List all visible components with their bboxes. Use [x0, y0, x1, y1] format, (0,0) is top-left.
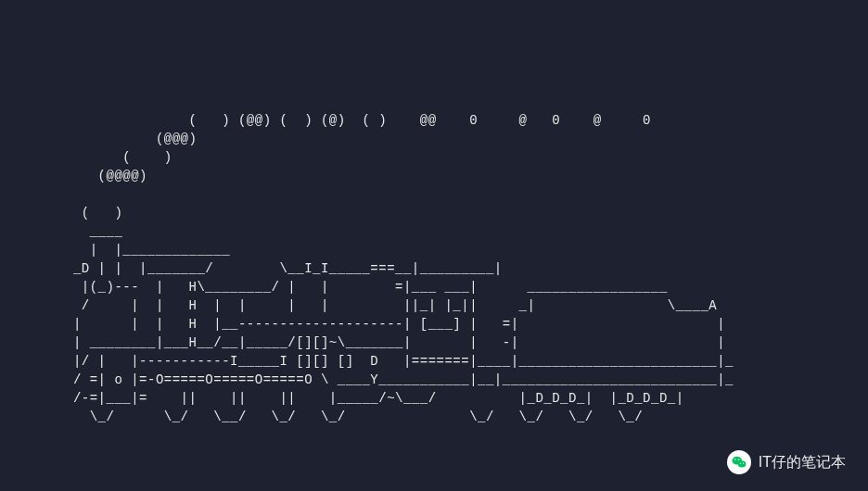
svg-point-2 [734, 459, 736, 460]
wechat-icon [727, 450, 751, 474]
terminal-window: ( ) (@@) ( ) (@) ( ) @@ 0 @ 0 @ 0 (@@@) … [0, 0, 868, 491]
svg-point-5 [743, 463, 744, 464]
svg-point-3 [738, 459, 740, 460]
svg-point-4 [740, 463, 741, 464]
sl-train-ascii-art: ( ) (@@) ( ) (@) ( ) @@ 0 @ 0 @ 0 (@@@) … [65, 111, 734, 426]
watermark-text: IT仔的笔记本 [759, 453, 846, 472]
svg-point-1 [737, 460, 746, 467]
watermark: IT仔的笔记本 [727, 450, 846, 474]
